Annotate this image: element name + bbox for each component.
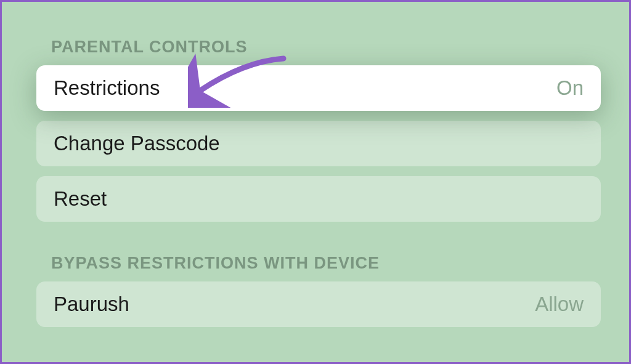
bypass-device-row[interactable]: Paurush Allow [36, 281, 601, 327]
restrictions-label: Restrictions [54, 76, 160, 100]
change-passcode-row[interactable]: Change Passcode [36, 121, 601, 166]
section-header-parental-controls: PARENTAL CONTROLS [51, 38, 601, 57]
reset-label: Reset [54, 187, 107, 211]
annotation-arrow-icon [188, 52, 293, 110]
settings-container: PARENTAL CONTROLS Restrictions On Change… [2, 2, 629, 327]
reset-row[interactable]: Reset [36, 176, 601, 222]
section-header-bypass: BYPASS RESTRICTIONS WITH DEVICE [51, 254, 601, 273]
bypass-device-label: Paurush [54, 293, 129, 316]
bypass-device-value: Allow [535, 293, 584, 316]
change-passcode-label: Change Passcode [54, 132, 220, 155]
restrictions-row[interactable]: Restrictions On [36, 65, 601, 111]
restrictions-value: On [556, 76, 584, 100]
